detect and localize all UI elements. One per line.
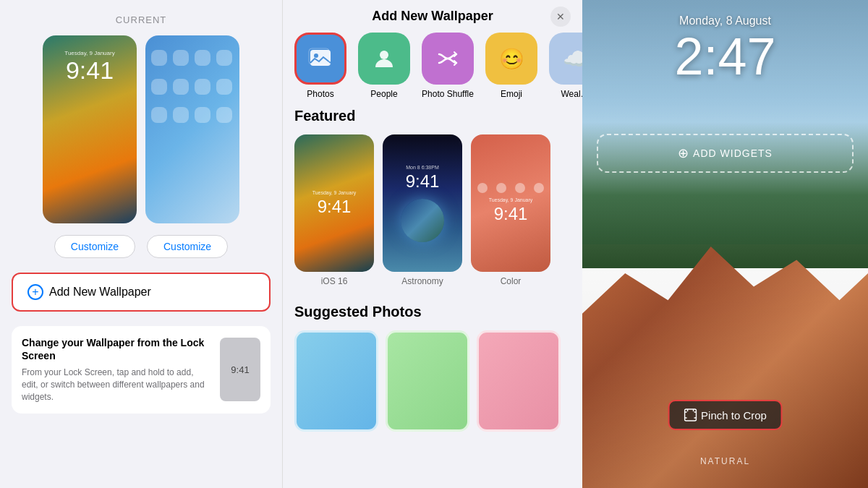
customize-lock-button[interactable]: Customize (54, 235, 135, 258)
app-icon (151, 50, 167, 66)
plus-icon: ⊕ (678, 145, 689, 161)
add-widgets-button[interactable]: ⊕ ADD WIDGETS (597, 134, 854, 173)
featured-title: Featured (294, 108, 571, 124)
lock-date: Monday, 8 August (597, 14, 854, 27)
categories-row: Photos People Photo Shuffle (283, 27, 582, 108)
suggested-item-green[interactable] (386, 330, 469, 432)
add-new-wallpaper-button[interactable]: + Add New Wallpaper (12, 273, 271, 312)
mini-lock-preview: 9:41 (220, 338, 260, 401)
ios16-preview: Tuesday, 9 January 9:41 (294, 134, 374, 272)
weather-label: Weal… (561, 89, 582, 99)
change-wallpaper-title: Change your Wallpaper from the Lock Scre… (22, 336, 210, 362)
category-photoshuffle[interactable]: Photo Shuffle (422, 33, 474, 99)
ios16-date: Tuesday, 9 January (312, 190, 357, 195)
featured-ios16[interactable]: Tuesday, 9 January 9:41 iOS 16 (294, 134, 374, 286)
lock-preview-date: Tuesday, 9 January (64, 50, 114, 56)
app-icon (216, 50, 232, 66)
app-icon (173, 107, 189, 123)
astronomy-date: Mon 8 6:38PM (406, 165, 439, 170)
svg-rect-4 (684, 409, 696, 421)
svg-point-3 (380, 51, 388, 59)
category-photos[interactable]: Photos (294, 33, 346, 99)
photos-icon (294, 33, 346, 85)
change-wallpaper-desc: From your Lock Screen, tap and hold to a… (22, 367, 210, 403)
lock-screen-header: Monday, 8 August 2:47 (582, 0, 868, 82)
lock-time: 2:47 (597, 30, 854, 82)
photoshuffle-label: Photo Shuffle (422, 89, 474, 99)
suggested-title: Suggested Photos (294, 304, 571, 320)
add-wallpaper-panel: Add New Wallpaper ✕ Photos (282, 0, 582, 488)
weather-icon: ☁️ (549, 33, 582, 85)
category-people[interactable]: People (358, 33, 410, 99)
suggested-section: Suggested Photos (294, 304, 571, 432)
mini-time: 9:41 (231, 364, 249, 375)
color-preview: Tuesday, 9 January 9:41 (471, 134, 550, 272)
ios16-time: 9:41 (318, 197, 352, 217)
app-icon (216, 107, 232, 123)
astronomy-time: 9:41 (406, 171, 440, 192)
app-icon (195, 79, 210, 95)
svg-rect-0 (310, 50, 331, 66)
category-emoji[interactable]: 😊 Emoji (485, 33, 537, 99)
featured-row: Tuesday, 9 January 9:41 iOS 16 Mon 8 6:3… (294, 134, 571, 286)
app-icon (195, 50, 210, 66)
suggested-item-pink[interactable] (477, 330, 561, 432)
app-icon (151, 107, 167, 123)
panel2-header: Add New Wallpaper ✕ (283, 0, 582, 24)
photos-label: Photos (307, 89, 333, 99)
natural-label: NATURAL (700, 456, 750, 466)
pinch-to-crop-button[interactable]: Pinch to Crop (668, 400, 783, 430)
app-icon (173, 79, 189, 95)
wallpaper-previews: Tuesday, 9 January 9:41 (43, 35, 239, 223)
current-wallpaper-panel: CURRENT Tuesday, 9 January 9:41 Customiz… (0, 0, 282, 488)
photoshuffle-icon (422, 33, 474, 85)
category-weather[interactable]: ☁️ Weal… (549, 33, 582, 99)
home-screen-preview (145, 35, 239, 223)
featured-astronomy[interactable]: Mon 8 6:38PM 9:41 Astronomy (383, 134, 462, 286)
ios16-label: iOS 16 (321, 276, 348, 286)
crop-icon (684, 408, 697, 421)
app-icon (195, 107, 210, 123)
astronomy-label: Astronomy (401, 276, 443, 286)
people-label: People (370, 89, 397, 99)
close-icon[interactable]: ✕ (550, 7, 571, 27)
app-icon (216, 79, 232, 95)
app-icon (173, 50, 189, 66)
add-wallpaper-label: Add New Wallpaper (49, 286, 151, 299)
current-label: CURRENT (116, 14, 167, 25)
change-wallpaper-info: Change your Wallpaper from the Lock Scre… (22, 336, 210, 403)
svg-point-1 (314, 53, 318, 58)
lock-screen-full-preview: Monday, 8 August 2:47 ⊕ ADD WIDGETS Pinc… (582, 0, 868, 488)
emoji-icon: 😊 (485, 33, 537, 85)
customize-home-button[interactable]: Customize (147, 235, 228, 258)
panel2-title: Add New Wallpaper (372, 9, 493, 24)
people-icon (358, 33, 410, 85)
change-wallpaper-card: Change your Wallpaper from the Lock Scre… (12, 326, 271, 414)
emoji-label: Emoji (501, 89, 522, 99)
add-widgets-label: ADD WIDGETS (693, 147, 773, 159)
color-date: Tuesday, 9 January (489, 197, 533, 202)
astronomy-preview: Mon 8 6:38PM 9:41 (383, 134, 462, 272)
suggested-row (294, 330, 571, 432)
color-label: Color (501, 276, 522, 286)
featured-color[interactable]: Tuesday, 9 January 9:41 Color (471, 134, 550, 286)
customize-row: Customize Customize (54, 235, 228, 258)
suggested-item-blue[interactable] (294, 330, 378, 432)
lock-screen-preview: Tuesday, 9 January 9:41 (43, 35, 137, 223)
color-time: 9:41 (494, 204, 528, 224)
panel2-scroll[interactable]: Featured Tuesday, 9 January 9:41 iOS 16 … (283, 108, 582, 480)
app-icon (151, 79, 167, 95)
plus-circle-icon: + (27, 284, 43, 300)
lock-preview-time: 9:41 (66, 58, 114, 82)
pinch-to-crop-label: Pinch to Crop (701, 409, 767, 421)
